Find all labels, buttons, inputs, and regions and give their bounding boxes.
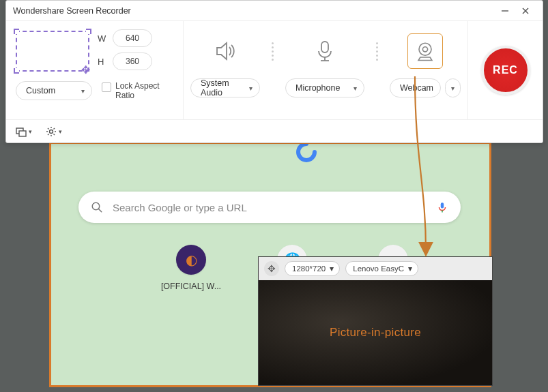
settings-tool-button[interactable]: ▾ <box>46 126 62 137</box>
browser-search-bar[interactable]: Search Google or type a URL <box>78 192 461 223</box>
move-handle-icon[interactable]: ✥ <box>264 261 279 276</box>
microphone-icon[interactable] <box>307 33 343 69</box>
shortcut-label: [OFFICIAL] W... <box>160 282 222 291</box>
voice-search-icon[interactable] <box>436 200 448 215</box>
minimize-button[interactable] <box>495 4 515 18</box>
separator <box>270 33 276 69</box>
pip-camera-dropdown[interactable]: Lenovo EasyC ▾ <box>345 261 418 276</box>
region-preview[interactable]: ✥ <box>16 31 89 72</box>
chevron-down-icon: ▾ <box>451 85 455 92</box>
lock-aspect-label: Lock Aspect Ratio <box>115 81 170 101</box>
chevron-down-icon: ▾ <box>330 264 334 273</box>
region-mode-dropdown[interactable]: Custom ▾ <box>16 81 92 100</box>
chevron-down-icon: ▾ <box>81 87 85 95</box>
screenshot-tool-button[interactable]: ▾ <box>16 126 32 137</box>
shortcut-item[interactable]: ◐ [OFFICIAL] W... <box>160 245 222 291</box>
svg-rect-13 <box>19 131 26 136</box>
lock-aspect-checkbox[interactable] <box>102 82 111 92</box>
record-panel: REC <box>467 21 543 119</box>
pip-resolution-dropdown[interactable]: 1280*720 ▾ <box>285 261 340 276</box>
titlebar: Wondershare Screen Recorder <box>6 1 543 21</box>
chevron-down-icon: ▾ <box>354 85 357 92</box>
width-label: W <box>98 33 107 44</box>
record-button-label: REC <box>493 64 518 76</box>
pip-preview: Picture-in-picture <box>259 280 492 385</box>
region-mode-value: Custom <box>26 86 55 95</box>
pip-webcam-panel[interactable]: ✥ 1280*720 ▾ Lenovo EasyC ▾ Picture-in-p… <box>258 256 493 386</box>
bottom-toolbar: ▾ ▾ <box>6 119 543 142</box>
svg-point-11 <box>422 47 427 52</box>
search-icon <box>91 201 103 213</box>
chevron-down-icon: ▾ <box>249 85 253 92</box>
pip-overlay-text: Picture-in-picture <box>330 326 421 340</box>
system-audio-group: System Audio ▾ <box>190 33 260 97</box>
google-logo-icon <box>294 142 319 164</box>
height-label: H <box>98 57 107 67</box>
webcam-options-dropdown[interactable]: ▾ <box>445 78 461 97</box>
webcam-icon[interactable] <box>407 33 443 69</box>
close-button[interactable] <box>515 4 536 18</box>
pip-header: ✥ 1280*720 ▾ Lenovo EasyC ▾ <box>259 257 492 280</box>
microphone-label: Microphone <box>295 83 340 93</box>
chevron-down-icon: ▾ <box>29 128 32 135</box>
recorder-window: Wondershare Screen Recorder ✥ W 640 <box>5 0 543 143</box>
microphone-group: Microphone ▾ <box>285 33 364 97</box>
separator <box>374 33 380 69</box>
system-audio-label: System Audio <box>201 78 244 97</box>
move-icon[interactable]: ✥ <box>81 63 92 74</box>
record-button[interactable]: REC <box>481 46 530 95</box>
svg-point-14 <box>50 130 53 133</box>
region-corner <box>49 376 60 387</box>
region-corner <box>49 142 60 153</box>
webcam-dropdown[interactable]: Webcam <box>390 78 441 97</box>
webcam-group: Webcam ▾ <box>390 33 461 97</box>
svg-point-10 <box>419 43 431 55</box>
chevron-down-icon: ▾ <box>408 264 412 273</box>
shortcut-tile-icon: ◐ <box>176 245 206 275</box>
width-input[interactable]: 640 <box>113 29 152 47</box>
microphone-dropdown[interactable]: Microphone ▾ <box>285 78 364 97</box>
chevron-down-icon: ▾ <box>59 128 62 135</box>
search-placeholder: Search Google or type a URL <box>113 202 427 213</box>
devices-panel: System Audio ▾ Microphone ▾ <box>184 21 467 119</box>
window-title: Wondershare Screen Recorder <box>13 6 131 16</box>
svg-rect-2 <box>441 202 444 208</box>
height-input[interactable]: 360 <box>113 52 152 70</box>
region-panel: ✥ W 640 H 360 Custom ▾ <box>6 21 184 119</box>
pip-resolution-value: 1280*720 <box>292 265 326 273</box>
svg-line-1 <box>98 209 102 212</box>
pip-camera-value: Lenovo EasyC <box>353 265 404 273</box>
system-audio-dropdown[interactable]: System Audio ▾ <box>190 78 260 97</box>
svg-rect-7 <box>321 42 328 52</box>
speaker-icon[interactable] <box>207 33 243 69</box>
webcam-label: Webcam <box>400 83 433 93</box>
region-corner <box>480 142 491 153</box>
